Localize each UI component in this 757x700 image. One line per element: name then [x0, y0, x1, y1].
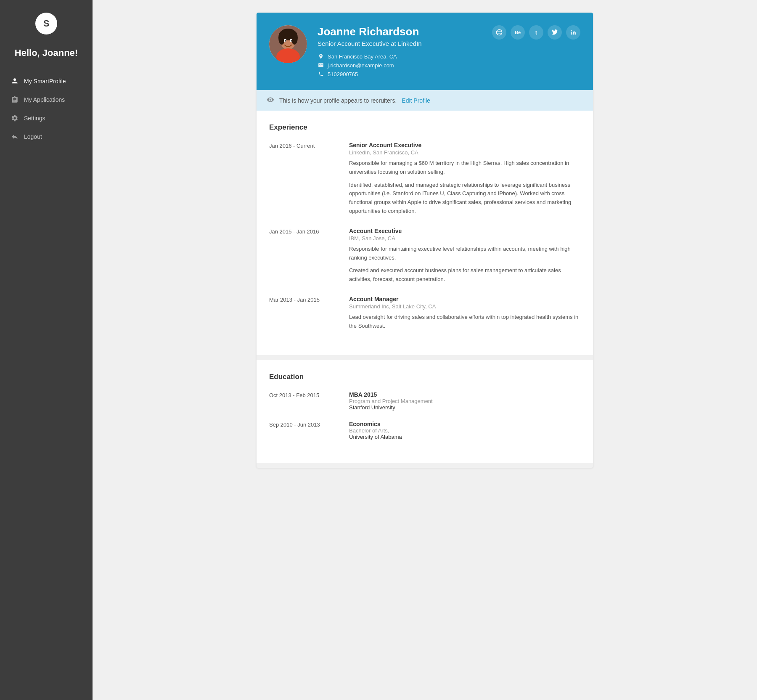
education-entry-2: Sep 2010 - Jun 2013 Economics Bachelor o… [269, 421, 580, 440]
sidebar-item-logout[interactable]: Logout [0, 127, 93, 146]
edu-degree-2: Economics [349, 421, 580, 427]
svg-point-9 [291, 40, 292, 42]
sidebar: S Hello, Joanne! My SmartProfile My Appl… [0, 0, 93, 700]
edu-content-2: Economics Bachelor of Arts, University o… [349, 421, 580, 440]
sidebar-logo: S [0, 13, 93, 34]
behance-icon[interactable]: Be [511, 25, 525, 40]
experience-section: Experience Jan 2016 - Current Senior Acc… [257, 111, 593, 355]
experience-entry-1: Jan 2016 - Current Senior Account Execut… [269, 142, 580, 216]
tumblr-icon[interactable]: t [529, 25, 543, 40]
edu-program-2: Bachelor of Arts, [349, 427, 580, 434]
svg-point-8 [285, 40, 286, 42]
profile-details: San Francisco Bay Area, CA j.richardson@… [318, 53, 482, 77]
person-icon [11, 77, 19, 85]
experience-entry-2: Jan 2015 - Jan 2016 Account Executive IB… [269, 228, 580, 284]
profile-card: Joanne Richardson Senior Account Executi… [257, 13, 593, 90]
edit-bar: This is how your profile appears to recr… [257, 90, 593, 111]
entry-date-3: Mar 2013 - Jan 2015 [269, 296, 341, 331]
profile-email-text: j.richardson@example.com [328, 62, 394, 69]
sidebar-item-label-my-smart-profile: My SmartProfile [24, 78, 66, 85]
edu-program-1: Program and Project Management [349, 398, 580, 404]
entry-desc-1-0: Responsible for managing a $60 M territo… [349, 159, 580, 177]
profile-phone: 5102900765 [318, 71, 482, 77]
education-title: Education [269, 373, 580, 381]
svg-point-4 [278, 31, 285, 45]
phone-icon [318, 71, 324, 77]
email-icon [318, 62, 324, 69]
entry-date-2: Jan 2015 - Jan 2016 [269, 228, 341, 284]
education-section: Education Oct 2013 - Feb 2015 MBA 2015 P… [257, 360, 593, 463]
sidebar-item-label-logout: Logout [24, 133, 42, 140]
edu-content-1: MBA 2015 Program and Project Management … [349, 391, 580, 411]
sidebar-item-my-applications[interactable]: My Applications [0, 90, 93, 109]
entry-role-1: Senior Account Executive [349, 142, 580, 148]
sidebar-greeting: Hello, Joanne! [0, 43, 93, 72]
edu-date-1: Oct 2013 - Feb 2015 [269, 391, 341, 411]
avatar [269, 25, 307, 63]
twitter-icon[interactable] [548, 25, 562, 40]
avatar-wrapper [269, 25, 307, 63]
clipboard-icon [11, 95, 19, 104]
education-entry-1: Oct 2013 - Feb 2015 MBA 2015 Program and… [269, 391, 580, 411]
location-icon [318, 53, 324, 60]
profile-info: Joanne Richardson Senior Account Executi… [318, 25, 482, 77]
entry-content-3: Account Manager Summerland Inc, Salt Lak… [349, 296, 580, 331]
edu-school-2: University of Alabama [349, 434, 580, 440]
gear-icon [11, 114, 19, 122]
edu-school-1: Stanford University [349, 404, 580, 411]
edu-date-2: Sep 2010 - Jun 2013 [269, 421, 341, 440]
logo-icon: S [35, 13, 57, 34]
entry-desc-3-0: Lead oversight for driving sales and col… [349, 313, 580, 331]
sidebar-item-label-my-applications: My Applications [24, 96, 65, 103]
entry-date-1: Jan 2016 - Current [269, 142, 341, 216]
entry-company-1: LinkedIn, San Francisco, CA [349, 149, 580, 156]
eye-icon [267, 96, 274, 105]
entry-desc-2-1: Created and executed account business pl… [349, 266, 580, 284]
sidebar-item-my-smart-profile[interactable]: My SmartProfile [0, 72, 93, 90]
svg-point-0 [13, 78, 16, 81]
logout-icon [11, 133, 19, 141]
sidebar-item-label-settings: Settings [24, 115, 45, 122]
entry-content-1: Senior Account Executive LinkedIn, San F… [349, 142, 580, 216]
main-content: Joanne Richardson Senior Account Executi… [93, 0, 757, 700]
edit-profile-link[interactable]: Edit Profile [402, 97, 430, 104]
entry-content-2: Account Executive IBM, San Jose, CA Resp… [349, 228, 580, 284]
experience-entry-3: Mar 2013 - Jan 2015 Account Manager Summ… [269, 296, 580, 331]
sidebar-item-settings[interactable]: Settings [0, 109, 93, 127]
dribbble-icon[interactable] [492, 25, 506, 40]
social-icons: Be t [492, 25, 580, 40]
entry-role-2: Account Executive [349, 228, 580, 234]
linkedin-icon[interactable] [566, 25, 580, 40]
profile-email: j.richardson@example.com [318, 62, 482, 69]
experience-title: Experience [269, 123, 580, 132]
edit-bar-message: This is how your profile appears to recr… [279, 97, 397, 104]
entry-role-3: Account Manager [349, 296, 580, 302]
profile-phone-text: 5102900765 [328, 71, 358, 77]
entry-desc-1-1: Identified, established, and managed str… [349, 181, 580, 216]
entry-company-2: IBM, San Jose, CA [349, 235, 580, 241]
profile-container: Joanne Richardson Senior Account Executi… [257, 13, 593, 468]
svg-point-5 [291, 31, 298, 45]
profile-title: Senior Account Executive at LinkedIn [318, 40, 482, 47]
sidebar-nav: My SmartProfile My Applications Settings… [0, 72, 93, 146]
profile-name: Joanne Richardson [318, 25, 482, 38]
profile-location: San Francisco Bay Area, CA [318, 53, 482, 60]
edu-degree-1: MBA 2015 [349, 391, 580, 398]
entry-desc-2-0: Responsible for maintaining executive le… [349, 245, 580, 262]
entry-company-3: Summerland Inc, Salt Lake City, CA [349, 303, 580, 310]
profile-location-text: San Francisco Bay Area, CA [328, 53, 397, 60]
